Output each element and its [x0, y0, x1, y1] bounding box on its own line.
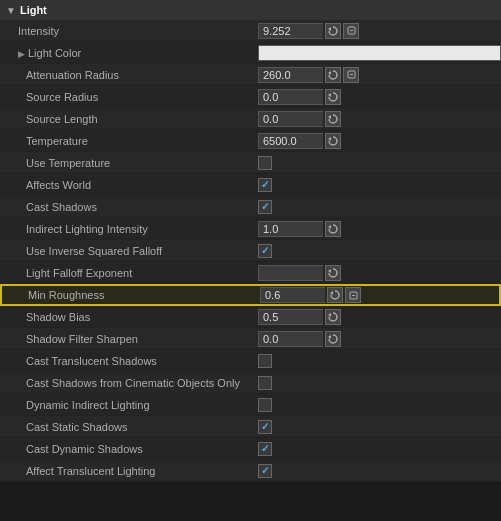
property-row-light-color: ▶Light Color: [0, 42, 501, 64]
prop-value-attenuation-radius: [258, 67, 501, 83]
property-row-use-temperature: Use Temperature: [0, 152, 501, 174]
edit-button-attenuation-radius[interactable]: [343, 67, 359, 83]
prop-label-attenuation-radius: Attenuation Radius: [0, 69, 258, 81]
property-row-cast-static-shadows: Cast Static Shadows: [0, 416, 501, 438]
prop-value-dynamic-indirect-lighting: [258, 398, 501, 412]
color-picker[interactable]: [258, 45, 501, 61]
reset-button-source-length[interactable]: [325, 111, 341, 127]
prop-value-affects-world: [258, 178, 501, 192]
prop-label-source-radius: Source Radius: [0, 91, 258, 103]
prop-value-cast-static-shadows: [258, 420, 501, 434]
checkbox-use-temperature[interactable]: [258, 156, 272, 170]
property-row-attenuation-radius: Attenuation Radius: [0, 64, 501, 86]
prop-value-use-temperature: [258, 156, 501, 170]
reset-button-temperature[interactable]: [325, 133, 341, 149]
checkbox-cast-translucent-shadows[interactable]: [258, 354, 272, 368]
checkbox-dynamic-indirect-lighting[interactable]: [258, 398, 272, 412]
prop-label-shadow-filter-sharpen: Shadow Filter Sharpen: [0, 333, 258, 345]
input-temperature[interactable]: [258, 133, 323, 149]
property-row-light-falloff-exponent: Light Falloff Exponent: [0, 262, 501, 284]
prop-label-cast-shadows-cinematic: Cast Shadows from Cinematic Objects Only: [0, 377, 258, 389]
reset-button-shadow-filter-sharpen[interactable]: [325, 331, 341, 347]
panel-header[interactable]: ▼ Light: [0, 0, 501, 20]
property-row-cast-dynamic-shadows: Cast Dynamic Shadows: [0, 438, 501, 460]
prop-value-affect-translucent-lighting: [258, 464, 501, 478]
checkbox-cast-static-shadows[interactable]: [258, 420, 272, 434]
prop-label-cast-shadows: Cast Shadows: [0, 201, 258, 213]
prop-label-affect-translucent-lighting: Affect Translucent Lighting: [0, 465, 258, 477]
svg-marker-11: [330, 291, 333, 295]
property-row-dynamic-indirect-lighting: Dynamic Indirect Lighting: [0, 394, 501, 416]
reset-button-shadow-bias[interactable]: [325, 309, 341, 325]
checkbox-use-inverse-squared-falloff[interactable]: [258, 244, 272, 258]
property-row-shadow-bias: Shadow Bias: [0, 306, 501, 328]
prop-label-light-falloff-exponent: Light Falloff Exponent: [0, 267, 258, 279]
prop-label-dynamic-indirect-lighting: Dynamic Indirect Lighting: [0, 399, 258, 411]
reset-button-light-falloff-exponent[interactable]: [325, 265, 341, 281]
property-row-indirect-lighting-intensity: Indirect Lighting Intensity: [0, 218, 501, 240]
prop-label-use-inverse-squared-falloff: Use Inverse Squared Falloff: [0, 245, 258, 257]
input-attenuation-radius[interactable]: [258, 67, 323, 83]
input-source-radius[interactable]: [258, 89, 323, 105]
checkbox-affect-translucent-lighting[interactable]: [258, 464, 272, 478]
prop-value-light-color: [258, 45, 501, 61]
prop-value-indirect-lighting-intensity: [258, 221, 501, 237]
prop-label-intensity: Intensity: [0, 25, 258, 37]
property-row-cast-translucent-shadows: Cast Translucent Shadows: [0, 350, 501, 372]
property-row-source-radius: Source Radius: [0, 86, 501, 108]
prop-value-light-falloff-exponent: [258, 265, 501, 281]
prop-label-affects-world: Affects World: [0, 179, 258, 191]
input-light-falloff-exponent[interactable]: [258, 265, 323, 281]
reset-button-min-roughness[interactable]: [327, 287, 343, 303]
prop-label-cast-static-shadows: Cast Static Shadows: [0, 421, 258, 433]
svg-marker-9: [328, 225, 331, 229]
prop-label-temperature: Temperature: [0, 135, 258, 147]
prop-label-use-temperature: Use Temperature: [0, 157, 258, 169]
prop-value-cast-translucent-shadows: [258, 354, 501, 368]
input-indirect-lighting-intensity[interactable]: [258, 221, 323, 237]
svg-marker-3: [328, 71, 331, 75]
svg-marker-7: [328, 115, 331, 119]
input-shadow-bias[interactable]: [258, 309, 323, 325]
input-intensity[interactable]: [258, 23, 323, 39]
panel-title: Light: [20, 4, 47, 16]
svg-marker-6: [328, 93, 331, 97]
reset-button-attenuation-radius[interactable]: [325, 67, 341, 83]
svg-marker-10: [328, 269, 331, 273]
property-row-use-inverse-squared-falloff: Use Inverse Squared Falloff: [0, 240, 501, 262]
prop-value-intensity: [258, 23, 501, 39]
prop-label-indirect-lighting-intensity: Indirect Lighting Intensity: [0, 223, 258, 235]
prop-value-use-inverse-squared-falloff: [258, 244, 501, 258]
properties-list: Intensity▶Light ColorAttenuation RadiusS…: [0, 20, 501, 482]
prop-value-cast-dynamic-shadows: [258, 442, 501, 456]
input-shadow-filter-sharpen[interactable]: [258, 331, 323, 347]
prop-label-cast-translucent-shadows: Cast Translucent Shadows: [0, 355, 258, 367]
prop-value-shadow-bias: [258, 309, 501, 325]
edit-button-min-roughness[interactable]: [345, 287, 361, 303]
input-min-roughness[interactable]: [260, 287, 325, 303]
svg-marker-14: [328, 313, 331, 317]
prop-value-cast-shadows-cinematic: [258, 376, 501, 390]
property-row-affect-translucent-lighting: Affect Translucent Lighting: [0, 460, 501, 482]
svg-marker-8: [328, 137, 331, 141]
collapse-arrow-icon: ▼: [6, 5, 16, 16]
reset-button-intensity[interactable]: [325, 23, 341, 39]
property-row-cast-shadows-cinematic: Cast Shadows from Cinematic Objects Only: [0, 372, 501, 394]
edit-button-intensity[interactable]: [343, 23, 359, 39]
prop-label-cast-dynamic-shadows: Cast Dynamic Shadows: [0, 443, 258, 455]
checkbox-cast-shadows[interactable]: [258, 200, 272, 214]
prop-value-min-roughness: [260, 287, 499, 303]
property-row-source-length: Source Length: [0, 108, 501, 130]
checkbox-affects-world[interactable]: [258, 178, 272, 192]
reset-button-source-radius[interactable]: [325, 89, 341, 105]
property-row-intensity: Intensity: [0, 20, 501, 42]
reset-button-indirect-lighting-intensity[interactable]: [325, 221, 341, 237]
property-row-shadow-filter-sharpen: Shadow Filter Sharpen: [0, 328, 501, 350]
prop-label-min-roughness: Min Roughness: [2, 289, 260, 301]
input-source-length[interactable]: [258, 111, 323, 127]
checkbox-cast-shadows-cinematic[interactable]: [258, 376, 272, 390]
checkbox-cast-dynamic-shadows[interactable]: [258, 442, 272, 456]
light-panel: ▼ Light Intensity▶Light ColorAttenuation…: [0, 0, 501, 482]
prop-value-temperature: [258, 133, 501, 149]
prop-value-cast-shadows: [258, 200, 501, 214]
